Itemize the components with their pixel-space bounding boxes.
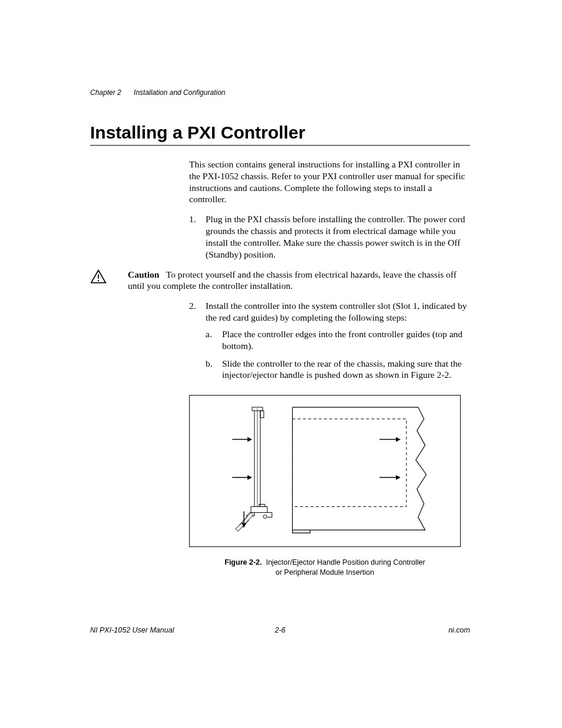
step-2: 2. Install the controller into the syste… bbox=[189, 300, 470, 387]
step-1: 1. Plug in the PXI chassis before instal… bbox=[189, 213, 470, 260]
step-2a: a. Place the controller edges into the f… bbox=[206, 328, 470, 352]
running-header: Chapter 2 Installation and Configuration bbox=[90, 88, 470, 97]
footer-page-number: 2-6 bbox=[90, 626, 470, 634]
svg-rect-7 bbox=[260, 411, 264, 418]
svg-marker-20 bbox=[247, 475, 252, 480]
step-2b: b. Slide the controller to the rear of t… bbox=[206, 358, 470, 381]
figure-caption: Figure 2-2. Injector/Ejector Handle Posi… bbox=[189, 558, 461, 578]
svg-rect-9 bbox=[251, 507, 267, 513]
step-number: 2. bbox=[189, 300, 206, 387]
figure-label: Figure 2-2. bbox=[224, 558, 262, 566]
svg-marker-18 bbox=[247, 437, 252, 442]
section-heading: Installing a PXI Controller bbox=[90, 123, 470, 143]
step-number: 1. bbox=[189, 213, 206, 260]
step-text: Install the controller into the system c… bbox=[206, 301, 467, 322]
intro-paragraph: This section contains general instructio… bbox=[189, 159, 470, 205]
svg-point-2 bbox=[98, 279, 99, 281]
caution-text: Caution To protect yourself and the chas… bbox=[128, 269, 470, 292]
step-text: Plug in the PXI chassis before installin… bbox=[206, 213, 470, 260]
svg-point-11 bbox=[263, 515, 267, 519]
substep-letter: a. bbox=[206, 328, 222, 352]
caution-icon bbox=[90, 269, 128, 287]
caution-body: To protect yourself and the chassis from… bbox=[128, 269, 457, 291]
substep-text: Place the controller edges into the fron… bbox=[222, 328, 470, 352]
caution-label: Caution bbox=[128, 269, 159, 279]
figure-2-2: Figure 2-2. Injector/Ejector Handle Posi… bbox=[189, 395, 461, 578]
caution-block: Caution To protect yourself and the chas… bbox=[90, 269, 470, 292]
substep-letter: b. bbox=[206, 358, 222, 381]
chapter-title: Installation and Configuration bbox=[134, 88, 225, 97]
page-footer: NI PXI-1052 User Manual 2-6 ni.com bbox=[90, 626, 470, 634]
chapter-number: Chapter 2 bbox=[90, 88, 121, 97]
svg-marker-24 bbox=[396, 475, 401, 480]
figure-caption-line2: or Peripheral Module Insertion bbox=[276, 568, 374, 577]
figure-caption-line1: Injector/Ejector Handle Position during … bbox=[266, 558, 425, 566]
figure-frame bbox=[189, 395, 461, 547]
svg-marker-22 bbox=[396, 437, 401, 442]
svg-rect-4 bbox=[292, 419, 406, 507]
heading-rule bbox=[90, 145, 470, 146]
substep-text: Slide the controller to the rear of the … bbox=[222, 358, 470, 381]
